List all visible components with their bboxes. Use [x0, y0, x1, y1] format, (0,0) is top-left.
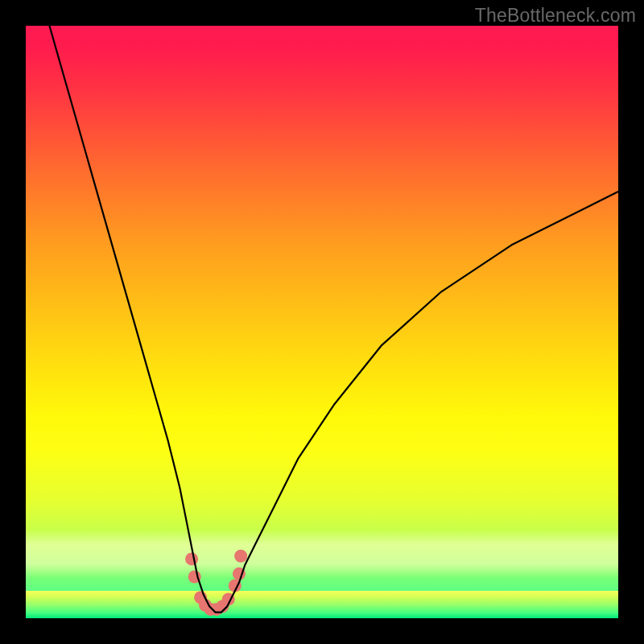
curve-dot	[234, 550, 247, 563]
bottleneck-curve	[49, 26, 618, 613]
watermark-text: TheBottleneck.com	[475, 5, 636, 27]
plot-area	[26, 26, 618, 618]
curve-dot	[185, 552, 198, 565]
chart-frame: TheBottleneck.com	[0, 0, 644, 644]
curve-svg	[26, 26, 618, 618]
